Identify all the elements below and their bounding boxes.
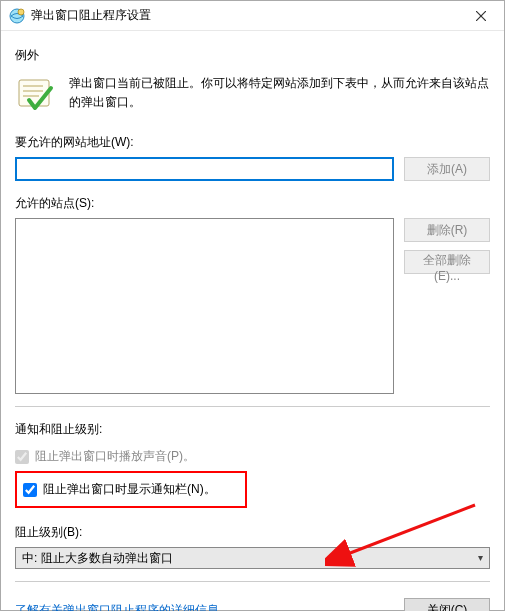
show-notification-label: 阻止弹出窗口时显示通知栏(N)。 [43, 481, 216, 498]
chevron-down-icon: ▾ [478, 552, 483, 563]
remove-all-button[interactable]: 全部删除(E)... [404, 250, 490, 274]
window-close-button[interactable] [458, 1, 504, 31]
play-sound-checkbox-row: 阻止弹出窗口时播放声音(P)。 [15, 448, 490, 465]
intro-icon [15, 74, 57, 116]
app-icon [9, 8, 25, 24]
add-button[interactable]: 添加(A) [404, 157, 490, 181]
block-level-value: 中: 阻止大多数自动弹出窗口 [22, 550, 173, 567]
footer: 了解有关弹出窗口阻止程序的详细信息 关闭(C) [15, 588, 490, 611]
address-input[interactable] [15, 157, 394, 181]
exceptions-heading: 例外 [15, 47, 490, 64]
block-level-label: 阻止级别(B): [15, 524, 490, 541]
address-row: 添加(A) [15, 157, 490, 181]
remove-button[interactable]: 删除(R) [404, 218, 490, 242]
play-sound-checkbox[interactable] [15, 450, 29, 464]
window-title: 弹出窗口阻止程序设置 [31, 7, 458, 24]
address-label: 要允许的网站地址(W): [15, 134, 490, 151]
learn-more-link[interactable]: 了解有关弹出窗口阻止程序的详细信息 [15, 602, 219, 612]
allowed-sites-row: 删除(R) 全部删除(E)... [15, 218, 490, 394]
intro-text: 弹出窗口当前已被阻止。你可以将特定网站添加到下表中，从而允许来自该站点的弹出窗口… [69, 74, 490, 116]
popup-blocker-settings-window: 弹出窗口阻止程序设置 例外 弹出窗口当前已被阻止。你可以将特定网站添加到下表中，… [0, 0, 505, 611]
intro-row: 弹出窗口当前已被阻止。你可以将特定网站添加到下表中，从而允许来自该站点的弹出窗口… [15, 74, 490, 116]
close-icon [476, 11, 486, 21]
show-notification-checkbox[interactable] [23, 483, 37, 497]
allowed-sites-label: 允许的站点(S): [15, 195, 490, 212]
allowed-sites-listbox[interactable] [15, 218, 394, 394]
titlebar: 弹出窗口阻止程序设置 [1, 1, 504, 31]
dialog-body: 例外 弹出窗口当前已被阻止。你可以将特定网站添加到下表中，从而允许来自该站点的弹… [1, 31, 504, 611]
notify-heading: 通知和阻止级别: [15, 421, 490, 438]
separator [15, 406, 490, 407]
show-notification-checkbox-row[interactable]: 阻止弹出窗口时显示通知栏(N)。 [23, 481, 239, 498]
svg-point-1 [18, 9, 24, 15]
close-button[interactable]: 关闭(C) [404, 598, 490, 611]
block-level-combobox[interactable]: 中: 阻止大多数自动弹出窗口 ▾ [15, 547, 490, 569]
play-sound-label: 阻止弹出窗口时播放声音(P)。 [35, 448, 195, 465]
separator-2 [15, 581, 490, 582]
highlight-annotation: 阻止弹出窗口时显示通知栏(N)。 [15, 471, 247, 508]
